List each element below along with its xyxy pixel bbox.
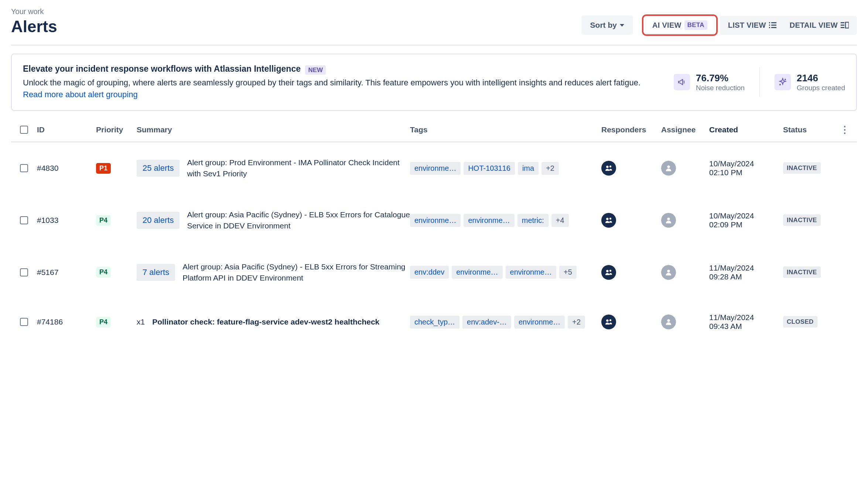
banner-link[interactable]: Read more about alert grouping	[23, 90, 138, 99]
col-status[interactable]: Status	[783, 125, 838, 134]
assignee-avatar[interactable]	[661, 213, 676, 228]
tag[interactable]: check_typ…	[410, 316, 459, 329]
alerts-count-pill[interactable]: 25 alerts	[137, 160, 180, 177]
tag-more[interactable]: +2	[541, 162, 559, 175]
responder-avatar[interactable]	[601, 265, 616, 280]
alerts-count-pill[interactable]: 7 alerts	[137, 264, 175, 281]
alert-summary[interactable]: Alert group: Prod Environment - IMA Poll…	[187, 157, 410, 180]
table-row[interactable]: #4830P125 alertsAlert group: Prod Enviro…	[11, 142, 857, 194]
alert-id[interactable]: #1033	[37, 216, 96, 225]
tag-more[interactable]: +2	[568, 316, 585, 329]
tag-more[interactable]: +4	[551, 214, 569, 227]
groups-created-value: 2146	[797, 72, 845, 84]
tag[interactable]: environme…	[410, 162, 461, 175]
col-created[interactable]: Created	[709, 125, 783, 134]
svg-point-16	[609, 218, 611, 220]
svg-rect-8	[841, 27, 844, 28]
svg-point-12	[606, 166, 608, 168]
col-assignee[interactable]: Assignee	[657, 125, 709, 134]
created-timestamp: 10/May/202402:10 PM	[709, 159, 783, 177]
row-checkbox[interactable]	[20, 164, 28, 172]
sort-button[interactable]: Sort by	[581, 16, 633, 35]
row-checkbox[interactable]	[20, 268, 28, 276]
tag[interactable]: environme…	[464, 214, 514, 227]
list-view-label: LIST VIEW	[728, 21, 766, 30]
col-responders[interactable]: Responders	[595, 125, 657, 134]
tag[interactable]: environme…	[514, 316, 565, 329]
sort-label: Sort by	[590, 21, 617, 30]
responder-avatar[interactable]	[601, 315, 616, 329]
svg-point-21	[606, 320, 608, 322]
table-row[interactable]: #1033P420 alertsAlert group: Asia Pacifi…	[11, 194, 857, 247]
row-checkbox[interactable]	[20, 216, 28, 224]
tag[interactable]: metric:	[517, 214, 549, 227]
status-badge: INACTIVE	[783, 162, 821, 174]
assignee-avatar[interactable]	[661, 315, 676, 329]
col-summary[interactable]: Summary	[137, 125, 410, 134]
svg-rect-5	[771, 27, 776, 28]
alert-multiplier: x1	[137, 317, 145, 326]
row-checkbox[interactable]	[20, 318, 28, 326]
breadcrumb[interactable]: Your work	[11, 7, 57, 16]
alert-summary[interactable]: Alert group: Asia Pacific (Sydney) - ELB…	[182, 261, 410, 284]
tag[interactable]: environme…	[506, 266, 556, 279]
banner-desc: Unlock the magic of grouping, where aler…	[23, 77, 651, 101]
svg-point-18	[606, 270, 608, 272]
svg-rect-3	[771, 25, 776, 26]
responder-avatar[interactable]	[601, 213, 616, 228]
tag[interactable]: env:ddev	[410, 266, 449, 279]
svg-rect-0	[769, 22, 770, 23]
responder-avatar[interactable]	[601, 161, 616, 176]
view-tab-ai[interactable]: AI VIEW BETA	[646, 17, 714, 34]
alert-id[interactable]: #74186	[37, 317, 96, 326]
table-row[interactable]: #5167P47 alertsAlert group: Asia Pacific…	[11, 247, 857, 299]
assignee-avatar[interactable]	[661, 161, 676, 176]
svg-point-22	[609, 319, 611, 321]
view-tab-list[interactable]: LIST VIEW	[721, 17, 783, 33]
svg-point-14	[667, 166, 670, 168]
priority-badge: P4	[96, 267, 111, 278]
select-all-checkbox[interactable]	[20, 126, 28, 134]
tag[interactable]: ima	[518, 162, 539, 175]
noise-reduction-label: Noise reduction	[696, 84, 745, 92]
status-badge: INACTIVE	[783, 214, 821, 226]
more-icon[interactable]: ⋮	[838, 124, 850, 136]
alert-id[interactable]: #5167	[37, 268, 96, 277]
new-badge: NEW	[305, 65, 326, 75]
ai-view-highlight: AI VIEW BETA	[642, 14, 718, 36]
svg-point-13	[609, 166, 611, 167]
alert-summary[interactable]: Pollinator check: feature-flag-service a…	[152, 316, 379, 327]
priority-badge: P4	[96, 317, 111, 327]
svg-rect-2	[769, 25, 770, 26]
created-timestamp: 11/May/202409:43 AM	[709, 313, 783, 331]
beta-badge: BETA	[684, 20, 707, 30]
svg-point-11	[780, 84, 780, 85]
col-tags[interactable]: Tags	[410, 125, 595, 134]
svg-point-20	[667, 270, 670, 272]
svg-point-17	[667, 218, 670, 220]
list-icon	[769, 22, 776, 28]
tag[interactable]: HOT-103116	[464, 162, 515, 175]
tag[interactable]: environme…	[452, 266, 502, 279]
sparkle-icon	[775, 74, 791, 90]
detail-icon	[841, 22, 849, 28]
alert-summary[interactable]: Alert group: Asia Pacific (Sydney) - ELB…	[187, 209, 410, 232]
page-title: Alerts	[11, 17, 57, 36]
svg-rect-1	[771, 22, 776, 23]
table-header: ID Priority Summary Tags Responders Assi…	[11, 118, 857, 142]
created-timestamp: 10/May/202402:09 PM	[709, 211, 783, 229]
alert-id[interactable]: #4830	[37, 164, 96, 173]
svg-rect-9	[845, 22, 849, 28]
col-priority[interactable]: Priority	[96, 125, 137, 134]
svg-rect-7	[841, 25, 844, 26]
assignee-avatar[interactable]	[661, 265, 676, 280]
table-row[interactable]: #74186P4x1Pollinator check: feature-flag…	[11, 298, 857, 346]
col-id[interactable]: ID	[37, 125, 96, 134]
tag[interactable]: env:adev-…	[462, 316, 511, 329]
tag-more[interactable]: +5	[559, 266, 577, 279]
created-timestamp: 11/May/202409:28 AM	[709, 264, 783, 281]
alerts-count-pill[interactable]: 20 alerts	[137, 212, 180, 229]
tag[interactable]: environme…	[410, 214, 461, 227]
view-tab-detail[interactable]: DETAIL VIEW	[783, 17, 855, 33]
chevron-down-icon	[620, 24, 624, 27]
